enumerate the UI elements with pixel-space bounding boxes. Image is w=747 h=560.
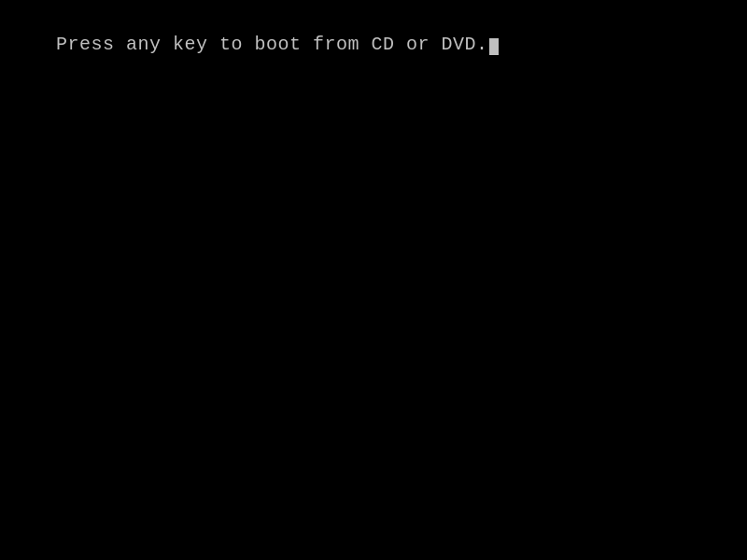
boot-text: Press any key to boot from CD or DVD. xyxy=(56,34,488,55)
cursor-blink xyxy=(489,38,499,55)
boot-message: Press any key to boot from CD or DVD. xyxy=(9,12,499,77)
boot-screen: Press any key to boot from CD or DVD. xyxy=(0,0,747,560)
